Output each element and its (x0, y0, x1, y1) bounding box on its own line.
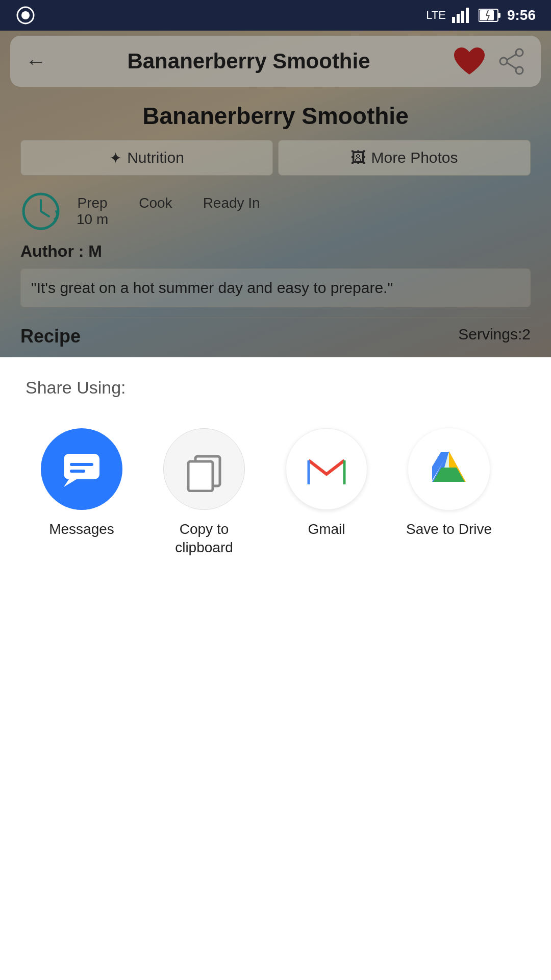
svg-marker-22 (64, 479, 77, 487)
cook-label: Cook (139, 195, 172, 211)
messages-icon (41, 428, 122, 510)
gmail-label: Gmail (308, 520, 345, 538)
clipboard-label: Copy to clipboard (153, 520, 255, 557)
clock-icon (20, 191, 61, 232)
prep-label: Prep (77, 195, 108, 211)
drive-label: Save to Drive (406, 520, 492, 538)
share-header: Share Using: (0, 357, 551, 408)
recipe-quote: "It's great on a hot summer day and easy… (20, 268, 531, 307)
nav-actions (452, 45, 525, 78)
svg-line-16 (507, 63, 516, 68)
nav-title: Bananerberry Smoothie (127, 49, 370, 74)
recipe-action-buttons: ✦ Nutrition 🖼 More Photos (20, 140, 531, 176)
svg-rect-24 (70, 470, 85, 473)
share-sheet: Share Using: Messages (0, 357, 551, 980)
prep-value: 10 m (77, 211, 108, 228)
clipboard-icon (163, 428, 245, 510)
svg-point-13 (500, 58, 507, 65)
svg-rect-2 (452, 17, 455, 23)
recipe-background: ← Bananerberry Smoothie Bananerberry Smo… (0, 31, 551, 388)
time-section: Prep 10 m Cook Ready In (20, 191, 531, 232)
svg-rect-21 (64, 454, 99, 479)
share-icon[interactable] (497, 47, 525, 76)
wifi-icon (15, 5, 36, 26)
svg-rect-7 (498, 13, 500, 18)
ready-label: Ready In (203, 195, 260, 211)
svg-rect-3 (457, 14, 460, 23)
share-apps-list: Messages Copy to clipboard (0, 408, 551, 578)
svg-rect-4 (461, 11, 464, 23)
messages-label: Messages (49, 520, 114, 538)
recipe-title: Bananerberry Smoothie (20, 102, 531, 130)
svg-rect-26 (188, 461, 213, 491)
time-info: Prep 10 m Cook Ready In (77, 195, 260, 228)
lte-indicator: LTE (426, 9, 446, 22)
svg-point-1 (21, 11, 30, 19)
gmail-icon (286, 428, 367, 510)
clock: 9:56 (507, 7, 536, 23)
recipe-content: Bananerberry Smoothie ✦ Nutrition 🖼 More… (0, 92, 551, 388)
author: Author : M (20, 242, 531, 261)
svg-line-15 (507, 55, 516, 60)
share-app-messages[interactable]: Messages (31, 428, 133, 557)
svg-rect-5 (466, 8, 469, 23)
share-app-gmail[interactable]: Gmail (276, 428, 378, 557)
svg-rect-23 (70, 463, 93, 466)
nutrition-button[interactable]: ✦ Nutrition (20, 140, 273, 176)
favorite-icon[interactable] (452, 45, 487, 78)
recipe-section-header: Recipe Servings:2 (20, 317, 531, 347)
svg-point-12 (516, 49, 523, 56)
share-app-drive[interactable]: Save to Drive (398, 428, 500, 557)
svg-line-19 (41, 211, 49, 216)
back-button[interactable]: ← (26, 50, 46, 73)
status-bar: LTE 9:56 (0, 0, 551, 31)
share-app-clipboard[interactable]: Copy to clipboard (153, 428, 255, 557)
svg-point-14 (516, 67, 523, 74)
battery-icon (479, 8, 501, 22)
signal-icon (452, 8, 472, 23)
more-photos-button[interactable]: 🖼 More Photos (278, 140, 531, 176)
navigation-bar: ← Bananerberry Smoothie (10, 36, 541, 87)
drive-icon (408, 428, 490, 510)
